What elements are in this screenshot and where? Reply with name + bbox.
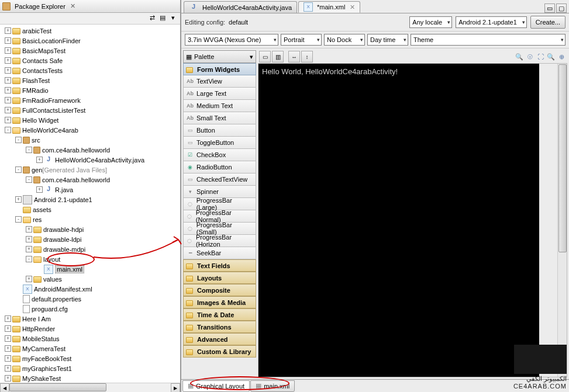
expander-icon[interactable]: +	[5, 47, 11, 54]
tree-item[interactable]: +ContactsTests	[0, 65, 180, 75]
tree-item[interactable]: -src	[0, 135, 180, 145]
tree-item[interactable]: +FlashTest	[0, 75, 180, 85]
tree-item[interactable]: assets	[0, 204, 180, 214]
tree-item[interactable]: +arabicTest	[0, 26, 180, 36]
expander-icon[interactable]: +	[5, 67, 11, 74]
palette-item[interactable]: AbMedium Text	[183, 100, 256, 112]
scroll-thumb-vertical[interactable]	[558, 64, 567, 252]
tree-item[interactable]: +drawable-mdpi	[0, 244, 180, 254]
collapse-all-icon[interactable]: ⇄	[147, 13, 157, 22]
expander-icon[interactable]: +	[5, 27, 11, 34]
palette-item[interactable]: ▾Spinner	[183, 186, 256, 198]
expander-icon[interactable]: +	[5, 345, 11, 352]
palette-item[interactable]: ◌ProgressBar (Small)	[183, 223, 256, 235]
expander-icon[interactable]: -	[26, 256, 32, 262]
expander-icon[interactable]: +	[5, 77, 11, 84]
zoom-100-icon[interactable]: ⊕	[557, 52, 566, 61]
expander-icon[interactable]	[15, 306, 22, 312]
palette-item[interactable]: ◉RadioButton	[183, 161, 256, 174]
tree-item[interactable]: +FullContactsListerTest	[0, 105, 180, 115]
expander-icon[interactable]	[15, 296, 22, 302]
palette-category[interactable]: Layouts	[183, 272, 256, 284]
zoom-out-icon[interactable]: 🔍	[515, 52, 524, 61]
tree-item[interactable]: -HelloWorldCe4arab	[0, 125, 180, 135]
tree-item[interactable]: +BasicLocationFinder	[0, 36, 180, 46]
palette-category[interactable]: Composite	[183, 284, 256, 296]
tree-item[interactable]: -layout	[0, 254, 180, 264]
device-dropdown[interactable]: 3.7in WVGA (Nexus One)	[185, 34, 278, 46]
expander-icon[interactable]: +	[5, 37, 11, 44]
layout-mode-1-icon[interactable]: ▭	[259, 51, 271, 63]
toggle-width-icon[interactable]: ↔	[288, 51, 300, 63]
create-button[interactable]: Create...	[530, 16, 565, 29]
tree-item[interactable]: +HttpRender	[0, 324, 180, 334]
expander-icon[interactable]: +	[5, 315, 11, 322]
palette-category[interactable]: Images & Media	[183, 296, 256, 308]
tree-item[interactable]: +drawable-hdpi	[0, 224, 180, 234]
palette-category[interactable]: Advanced	[183, 333, 256, 345]
expander-icon[interactable]: -	[26, 147, 32, 153]
tree-item[interactable]: +FMRadio	[0, 85, 180, 95]
expander-icon[interactable]: -	[26, 176, 32, 183]
minimize-icon[interactable]: ▭	[544, 4, 555, 13]
expander-icon[interactable]: -	[15, 216, 22, 223]
editor-tab[interactable]: X*main.xml✕	[298, 1, 360, 13]
palette-item[interactable]: ▭Button	[183, 124, 256, 137]
toggle-height-icon[interactable]: ↕	[301, 51, 313, 63]
tree-item[interactable]: +Here I Am	[0, 314, 180, 324]
tree-item[interactable]: XAndroidManifest.xml	[0, 284, 180, 294]
tree-item[interactable]: +Hello Widget	[0, 115, 180, 125]
zoom-reset-icon[interactable]: ⦾	[525, 52, 534, 61]
tree-item[interactable]: -res	[0, 214, 180, 224]
expander-icon[interactable]: +	[26, 226, 32, 233]
expander-icon[interactable]: +	[5, 335, 11, 342]
bottom-tab[interactable]: ▦main.xml	[250, 380, 295, 392]
expander-icon[interactable]: -	[5, 127, 11, 133]
expander-icon[interactable]: +	[5, 87, 11, 93]
tree-item[interactable]: Xmain.xml	[0, 264, 180, 274]
tree-item[interactable]: +myGraphicsTest1	[0, 363, 180, 373]
tree-item[interactable]: +MyShakeTest	[0, 373, 180, 383]
expander-icon[interactable]: +	[26, 236, 32, 242]
tree-item[interactable]: proguard.cfg	[0, 304, 180, 314]
scroll-thumb[interactable]	[9, 383, 106, 391]
expander-icon[interactable]: +	[5, 355, 11, 362]
palette-item[interactable]: ◌ProgressBar (Horizon	[183, 235, 256, 247]
dock-dropdown[interactable]: No Dock	[324, 34, 365, 46]
tree-item[interactable]: +values	[0, 274, 180, 284]
expander-icon[interactable]: -	[15, 137, 22, 143]
orientation-dropdown[interactable]: Portrait	[281, 34, 322, 46]
tree-item[interactable]: default.properties	[0, 294, 180, 304]
expander-icon[interactable]: -	[15, 166, 22, 173]
palette-category[interactable]: Text Fields	[183, 259, 256, 272]
daynight-dropdown[interactable]: Day time	[367, 34, 408, 46]
layout-mode-2-icon[interactable]: ▥	[272, 51, 284, 63]
tree-item[interactable]: +JR.java	[0, 185, 180, 195]
expander-icon[interactable]: +	[5, 57, 11, 64]
maximize-icon[interactable]: ▢	[556, 4, 567, 13]
expander-icon[interactable]: +	[26, 246, 32, 252]
palette-item[interactable]: ━SeekBar	[183, 247, 256, 259]
palette-header[interactable]: ▦ Palette	[183, 50, 256, 63]
palette-item[interactable]: ☑CheckBox	[183, 149, 256, 161]
expander-icon[interactable]: +	[36, 186, 43, 193]
palette-item[interactable]: ▭ToggleButton	[183, 137, 256, 149]
preview-textview[interactable]: Hello World, HelloWorldCe4arabActivity!	[258, 64, 539, 79]
palette-item[interactable]: ▭CheckedTextView	[183, 174, 256, 186]
layout-preview[interactable]: Hello World, HelloWorldCe4arabActivity!	[258, 63, 567, 377]
view-menu-icon[interactable]: ▾	[168, 13, 178, 22]
tree-item[interactable]: +MyCameraTest	[0, 344, 180, 353]
expander-icon[interactable]: +	[15, 196, 22, 203]
expander-icon[interactable]	[15, 206, 22, 213]
palette-item[interactable]: AbSmall Text	[183, 112, 256, 124]
tree-item[interactable]: +drawable-ldpi	[0, 234, 180, 244]
palette-category[interactable]: Custom & Library	[183, 345, 256, 358]
tree-item[interactable]: +Android 2.1-update1	[0, 195, 180, 204]
palette-item[interactable]: AbLarge Text	[183, 88, 256, 100]
palette-category[interactable]: Time & Date	[183, 308, 256, 321]
locale-dropdown[interactable]: Any locale	[409, 16, 452, 28]
close-tab-icon[interactable]: ✕	[350, 4, 355, 11]
expander-icon[interactable]: +	[5, 107, 11, 113]
tree-item[interactable]: +Contacts Safe	[0, 55, 180, 65]
project-tree[interactable]: +arabicTest+BasicLocationFinder+BasicMap…	[0, 25, 180, 383]
